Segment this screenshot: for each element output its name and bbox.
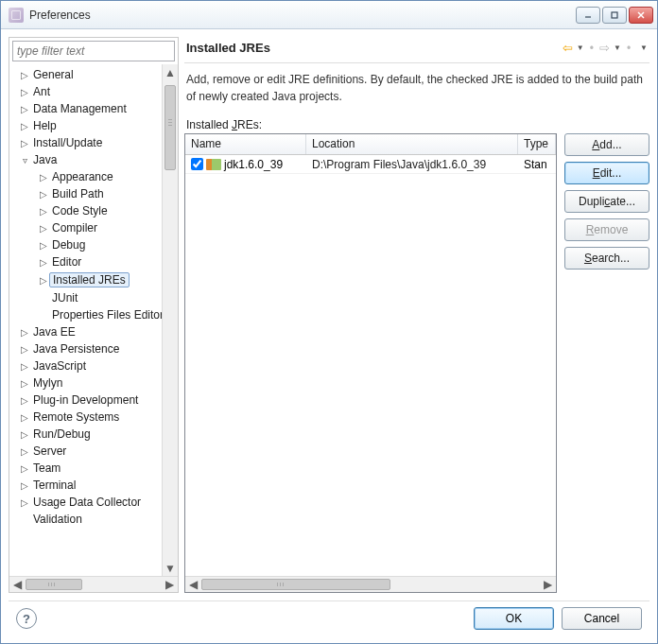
maximize-button[interactable] bbox=[602, 7, 627, 24]
ok-button[interactable]: OK bbox=[474, 607, 554, 630]
column-type[interactable]: Type bbox=[518, 134, 556, 154]
expand-icon[interactable]: ▷ bbox=[38, 206, 49, 217]
expand-icon[interactable]: ▷ bbox=[38, 240, 49, 251]
tree-item[interactable]: ▷Installed JREs bbox=[9, 270, 178, 289]
tree-item[interactable]: ▿Java bbox=[9, 151, 178, 168]
tree-item-label: Properties Files Editor bbox=[49, 308, 166, 322]
tree-item[interactable]: ▷Help bbox=[9, 117, 178, 134]
expand-icon[interactable]: ▷ bbox=[38, 223, 49, 234]
tree-item[interactable]: ▷Install/Update bbox=[9, 134, 178, 151]
tree-item-label: Server bbox=[30, 444, 69, 458]
expand-icon[interactable]: ▷ bbox=[19, 446, 30, 457]
expand-icon[interactable]: ▷ bbox=[19, 463, 30, 474]
tree-item-label: Build Path bbox=[49, 187, 107, 200]
tree-item[interactable]: ▷JavaScript bbox=[9, 357, 178, 374]
column-name[interactable]: Name bbox=[185, 134, 306, 154]
remove-button[interactable]: Remove bbox=[564, 218, 649, 241]
expand-icon[interactable]: ▷ bbox=[19, 378, 30, 389]
tree-item[interactable]: ▷Usage Data Collector bbox=[9, 494, 178, 511]
table-row[interactable]: jdk1.6.0_39D:\Program Files\Java\jdk1.6.… bbox=[185, 155, 556, 174]
tree-item-label: Compiler bbox=[49, 221, 100, 235]
forward-dropdown-icon[interactable]: ▼ bbox=[614, 44, 621, 52]
tree-item[interactable]: Validation bbox=[9, 511, 178, 528]
tree-item-label: Plug-in Development bbox=[30, 393, 141, 407]
expand-icon[interactable]: ▷ bbox=[19, 361, 30, 372]
app-icon bbox=[9, 8, 24, 23]
tree-item-label: Install/Update bbox=[30, 136, 105, 149]
close-button[interactable] bbox=[629, 7, 653, 24]
duplicate-button[interactable]: Duplicate... bbox=[564, 190, 649, 213]
expand-icon[interactable]: ▷ bbox=[19, 87, 30, 97]
filter-input[interactable] bbox=[12, 41, 175, 61]
tree-item[interactable]: ▷Mylyn bbox=[9, 374, 178, 392]
back-dropdown-icon[interactable]: ▼ bbox=[577, 44, 584, 52]
jre-name: jdk1.6.0_39 bbox=[224, 158, 283, 171]
tree-item-label: General bbox=[30, 68, 77, 81]
expand-icon[interactable]: ▷ bbox=[19, 344, 30, 355]
tree-horizontal-scrollbar[interactable]: ◀ ▶ bbox=[9, 576, 178, 592]
column-location[interactable]: Location bbox=[306, 134, 518, 154]
help-icon[interactable]: ? bbox=[16, 608, 37, 629]
tree-item-label: Editor bbox=[49, 255, 84, 269]
tree-item-label: Installed JREs bbox=[49, 272, 130, 287]
expand-icon[interactable]: ▷ bbox=[38, 189, 49, 200]
expand-icon[interactable]: ▷ bbox=[38, 257, 49, 268]
tree-item[interactable]: ▷Compiler bbox=[9, 219, 178, 236]
jre-checkbox[interactable] bbox=[191, 158, 203, 170]
tree-item[interactable]: ▷Data Management bbox=[9, 100, 178, 117]
tree-item[interactable]: ▷Code Style bbox=[9, 202, 178, 219]
expand-icon[interactable]: ▷ bbox=[19, 121, 30, 131]
add-button[interactable]: Add... bbox=[564, 133, 649, 156]
tree-item[interactable]: ▷General bbox=[9, 66, 178, 83]
scrollbar-thumb[interactable] bbox=[201, 579, 390, 590]
tree-vertical-scrollbar[interactable]: ▲ ▼ bbox=[162, 64, 178, 576]
jre-location: D:\Program Files\Java\jdk1.6.0_39 bbox=[306, 158, 518, 171]
expand-icon[interactable]: ▷ bbox=[38, 172, 49, 183]
tree-item[interactable]: ▷Appearance bbox=[9, 168, 178, 185]
settings-pane: Installed JREs ⇦▼ • ⇨▼ • ▼ Add, remove o… bbox=[184, 37, 649, 593]
minimize-button[interactable] bbox=[576, 7, 600, 24]
expand-icon[interactable]: ▷ bbox=[19, 70, 30, 80]
tree-item[interactable]: ▷Team bbox=[9, 460, 178, 477]
table-horizontal-scrollbar[interactable]: ◀ ▶ bbox=[185, 576, 556, 592]
expand-icon[interactable]: ▷ bbox=[19, 395, 30, 406]
navigation-arrows: ⇦▼ • ⇨▼ • ▼ bbox=[563, 42, 648, 55]
tree-item[interactable]: ▷Debug bbox=[9, 236, 178, 253]
category-tree[interactable]: ▷General▷Ant▷Data Management▷Help▷Instal… bbox=[9, 64, 178, 576]
expand-icon[interactable]: ▷ bbox=[19, 104, 30, 114]
tree-item-label: Mylyn bbox=[30, 376, 65, 390]
tree-item[interactable]: Properties Files Editor bbox=[9, 306, 178, 323]
tree-item-label: Validation bbox=[30, 513, 85, 526]
tree-item[interactable]: ▷Java Persistence bbox=[9, 340, 178, 357]
expand-icon[interactable]: ▿ bbox=[19, 155, 30, 165]
tree-item[interactable]: ▷Plug-in Development bbox=[9, 392, 178, 409]
scrollbar-thumb[interactable] bbox=[164, 85, 176, 170]
tree-item[interactable]: ▷Remote Systems bbox=[9, 409, 178, 426]
tree-item[interactable]: JUnit bbox=[9, 289, 178, 306]
tree-item-label: Appearance bbox=[49, 170, 116, 183]
tree-item-label: Usage Data Collector bbox=[30, 496, 144, 509]
expand-icon[interactable]: ▷ bbox=[19, 497, 30, 508]
tree-item[interactable]: ▷Editor bbox=[9, 253, 178, 270]
edit-button[interactable]: Edit... bbox=[564, 162, 649, 184]
expand-icon[interactable]: ▷ bbox=[19, 429, 30, 440]
tree-item-label: Terminal bbox=[30, 479, 78, 492]
tree-item[interactable]: ▷Build Path bbox=[9, 185, 178, 202]
expand-icon[interactable]: ▷ bbox=[19, 480, 30, 491]
expand-icon[interactable]: ▷ bbox=[19, 327, 30, 338]
tree-item[interactable]: ▷Server bbox=[9, 443, 178, 460]
tree-item[interactable]: ▷Run/Debug bbox=[9, 426, 178, 443]
expand-icon[interactable]: ▷ bbox=[19, 138, 30, 148]
search-button[interactable]: Search... bbox=[564, 247, 649, 270]
forward-arrow-icon[interactable]: ⇨ bbox=[599, 42, 610, 54]
cancel-button[interactable]: Cancel bbox=[562, 607, 642, 630]
back-arrow-icon[interactable]: ⇦ bbox=[563, 42, 573, 54]
expand-icon[interactable]: ▷ bbox=[38, 275, 49, 286]
tree-item[interactable]: ▷Ant bbox=[9, 83, 178, 100]
scrollbar-thumb[interactable] bbox=[26, 579, 82, 590]
expand-icon[interactable]: ▷ bbox=[19, 412, 30, 423]
content-panes: ▷General▷Ant▷Data Management▷Help▷Instal… bbox=[9, 37, 649, 593]
tree-item[interactable]: ▷Java EE bbox=[9, 323, 178, 340]
tree-item[interactable]: ▷Terminal bbox=[9, 477, 178, 494]
view-menu-icon[interactable]: ▼ bbox=[640, 44, 648, 52]
